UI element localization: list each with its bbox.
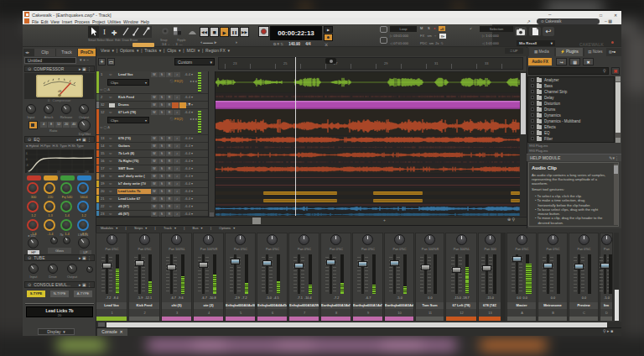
svg-text:20: 20 <box>27 170 30 174</box>
svg-text:I: I <box>103 28 106 36</box>
svg-text:dB: dB <box>58 90 62 93</box>
svg-text:✚: ✚ <box>112 29 117 37</box>
svg-text:1K: 1K <box>57 170 60 174</box>
svg-text:-6: -6 <box>26 164 29 167</box>
svg-text:20K: 20K <box>85 170 89 174</box>
